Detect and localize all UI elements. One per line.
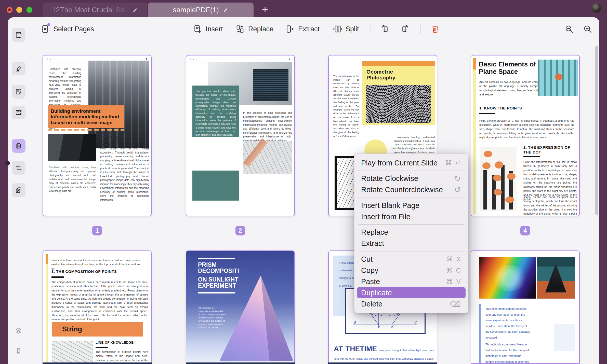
sidebar-item-annotate[interactable] [12,85,25,99]
monitor-screen [253,69,288,101]
menu-item-label: Cut [361,255,373,263]
sidebar-item-slideshow[interactable] [12,183,25,197]
sidebar-item-reader[interactable] [12,28,25,42]
menu-shortcut: ⌘ X [446,255,461,263]
menu-divider [358,251,465,252]
toolbar-separator [371,25,371,34]
slideshow-pages-icon [15,187,22,194]
next-row-page-edge [328,362,437,364]
replace-button[interactable]: Replace [235,23,273,35]
teal-rect [192,171,239,201]
title-banner: Building environment information modelin… [48,105,124,128]
b-label: B [354,320,356,324]
workstation-photo [48,134,96,161]
page-thumbnail-2[interactable]: ■ ▲ ● 2 The practical results show that:… [186,55,295,216]
app-window: Select Pages Insert Replace Extract Spli… [8,17,599,364]
section-heading: 1. KNOW THE POINTS [479,106,522,110]
title-bar-bottom [198,292,235,293]
menu-item-label: Insert Blank Page [361,201,419,210]
footer-rule [479,213,576,213]
body-paragraph: AT THETIMEeveryone thought that white li… [334,342,434,364]
side-stripe [473,58,476,214]
next-row-page-edge [186,362,295,364]
black-bar [501,165,505,209]
extract-button[interactable]: Extract [285,23,320,35]
select-pages-label: Select Pages [54,25,94,33]
toolbar-separator [420,25,421,34]
menu-item-replace[interactable]: Replace [354,227,468,238]
paragraph: The composition of ordered points: here … [96,350,148,364]
string-banner: String [52,322,143,337]
heading-underline [479,113,495,114]
teal-gate-photo [538,60,578,96]
disc-highlight [492,265,527,291]
teal-text-box: The practical results show that: through… [192,86,239,137]
split-icon [333,24,342,34]
section-heading: LINE OF KNOWLEDGE [96,341,134,344]
menu-item-delete[interactable]: Delete ⌫ [354,298,468,310]
paragraph: This experiment can be repeated over and… [485,306,531,340]
menu-item-play-from-current-slide[interactable]: Play from Current Slide ⌘ ↩ [354,157,468,169]
c-label: C [414,320,417,324]
sidebar-divider [15,129,22,129]
sidebar-item-form[interactable] [12,106,25,119]
zoom-out-icon [564,24,574,34]
edit-pencil-icon[interactable] [133,7,138,13]
menu-item-copy[interactable]: Copy ⌘ C [354,265,468,276]
edit-pencil-icon[interactable] [223,7,229,13]
menu-item-cut[interactable]: Cut ⌘ X [354,254,468,265]
menu-item-duplicate-highlighted[interactable]: Duplicate [357,287,466,298]
title-bar[interactable]: 12The Most Crucial Strateg samplePDF(1) … [0,0,607,17]
account-avatar[interactable] [592,3,601,13]
orange-dot [494,189,502,195]
sidebar-item-page-organizer-active[interactable] [12,139,25,153]
menu-item-extract[interactable]: Extract [354,238,468,249]
page-thumbnail-5[interactable]: Points also have dominant and recessive … [43,250,152,364]
zoom-in-button[interactable] [583,23,592,35]
extract-label: Extract [298,25,320,33]
paragraph: Point, the interpretation of "Ci Hai" is… [479,119,574,139]
sidebar-item-bookmark[interactable] [12,344,25,358]
menu-item-rotate-counterclockwise[interactable]: Rotate Counterclockwise ↺ [354,184,468,195]
quote-line: mathematics, [339,269,355,272]
scrollbar-thumb[interactable] [595,46,598,215]
page-thumbnail-8[interactable]: This experiment can be repeated over and… [471,250,580,364]
orange-dot [507,173,516,180]
page-thumbnail-6[interactable]: PRISM DECOMPOSITI ON SUNLIGHT EXPERIMENT… [186,250,295,364]
page-thumbnail-1[interactable]: ■ ▲ ● 1 Combined with practical cases, t… [43,55,152,216]
zoom-out-button[interactable] [564,23,574,35]
sidebar-item-layers[interactable] [12,324,25,338]
page-thumbnail-4[interactable]: Basic Elements of Plane Space Any art co… [471,55,580,216]
black-bar [483,170,487,209]
orange-dot [484,151,492,157]
rotate-clockwise-button[interactable] [400,23,409,35]
close-button[interactable] [7,7,12,13]
active-sidebar-indicator [5,161,10,165]
dots-bars-artwork [480,147,517,211]
page-number-badge: 1 [92,226,102,235]
poster-body: The founder of kinematics, Galileo died … [199,306,227,329]
page-number: 1 [146,58,147,61]
fullscreen-button[interactable] [27,7,32,13]
sidebar-item-highlighter[interactable] [12,62,25,75]
mesh-image [366,85,431,123]
minimize-button[interactable] [16,7,22,13]
tab-document-1[interactable]: 12The Most Crucial Strateg [43,3,147,17]
rotate-counterclockwise-button[interactable] [381,23,390,35]
menu-item-insert-blank-page[interactable]: Insert Blank Page [354,200,468,211]
menu-item-label: Replace [361,228,388,236]
menu-item-paste[interactable]: Paste ⌘ V [354,276,468,287]
menu-item-rotate-clockwise[interactable]: Rotate Clockwise ↻ [354,173,468,184]
notification-dot [47,23,50,26]
select-pages-button[interactable]: Select Pages [41,23,94,35]
menu-item-insert-from-file[interactable]: Insert from File [354,211,468,222]
rotate-clockwise-icon [400,24,409,34]
new-tab-button[interactable]: + [259,3,271,16]
delete-pages-button[interactable] [431,23,440,35]
tab-document-2-active[interactable]: samplePDF(1) [148,3,254,17]
bookmark-icon [15,347,22,355]
split-button[interactable]: Split [333,23,359,35]
sidebar-item-crop[interactable] [12,161,25,175]
insert-button[interactable]: Insert [193,23,223,35]
menu-divider [358,171,465,171]
